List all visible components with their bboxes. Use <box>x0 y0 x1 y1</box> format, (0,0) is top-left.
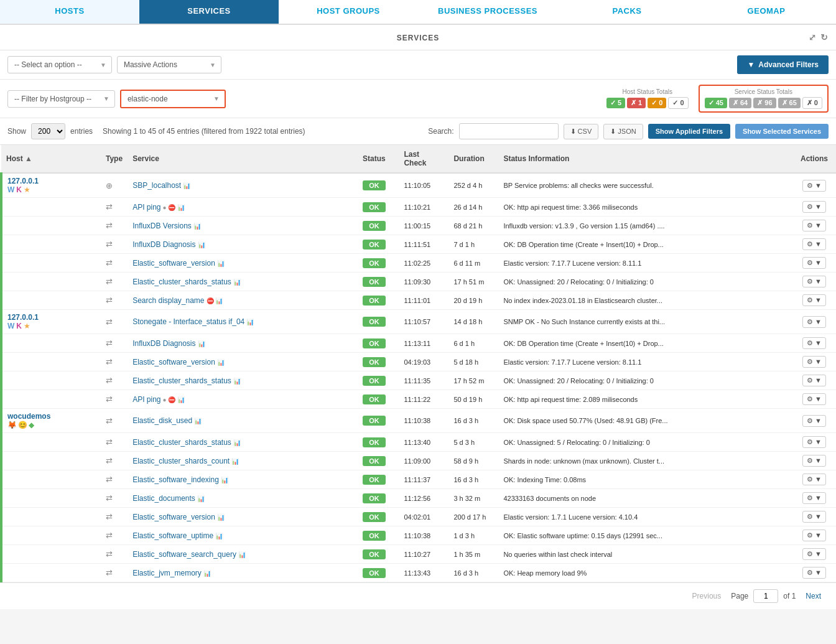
action-button[interactable]: ⚙ ▼ <box>802 455 826 467</box>
host-cell <box>1 508 101 526</box>
type-icon: ⇄ <box>106 416 113 426</box>
table-row: ⇄ Elastic_software_version 📊 OK 04:19:03… <box>1 353 836 371</box>
col-lastcheck-header[interactable]: LastCheck <box>399 145 448 173</box>
service-link[interactable]: API ping <box>132 203 160 212</box>
col-status-header[interactable]: Status <box>349 145 399 173</box>
status-badge: OK <box>363 258 386 268</box>
host-name[interactable]: wocudemos <box>7 412 50 421</box>
host-cell: 127.0.0.1 W K ★ <box>1 310 101 334</box>
advanced-filters-button[interactable]: ▼ Advanced Filters <box>737 55 829 74</box>
action-button[interactable]: ⚙ ▼ <box>802 492 826 504</box>
action-button[interactable]: ⚙ ▼ <box>802 276 826 287</box>
pagination-row: Previous Page of 1 Next <box>0 582 836 609</box>
massive-actions-dropdown[interactable]: Massive Actions <box>118 57 205 73</box>
service-link[interactable]: Elastic_software_version <box>132 259 215 268</box>
lastcheck-cell: 11:11:35 <box>399 371 448 390</box>
service-link[interactable]: Stonegate - Interface_status if_04 <box>132 317 244 326</box>
action-button[interactable]: ⚙ ▼ <box>802 548 826 560</box>
type-cell: ⇄ <box>101 273 128 291</box>
service-link[interactable]: Elastic_software_indexing <box>132 475 219 484</box>
service-link[interactable]: Elastic_jvm_memory <box>132 569 202 577</box>
previous-button[interactable]: Previous <box>687 589 727 603</box>
col-type-header[interactable]: Type <box>101 145 128 173</box>
tab-hosts[interactable]: HOSTS <box>0 0 139 24</box>
next-button[interactable]: Next <box>801 589 826 603</box>
service-link[interactable]: Elastic_software_version <box>132 513 215 521</box>
statusinfo-cell: Elastic version: 7.17.7 Lucene version: … <box>498 254 792 273</box>
action-button[interactable]: ⚙ ▼ <box>802 530 826 541</box>
show-entries-select[interactable]: 200 <box>31 123 65 139</box>
col-host-header[interactable]: Host ▲ <box>1 145 101 173</box>
tab-services[interactable]: SERVICES <box>139 0 279 24</box>
elastic-node-dropdown[interactable]: elastic-node <box>121 91 208 107</box>
action-button[interactable]: ⚙ ▼ <box>802 257 826 269</box>
action-button[interactable]: ⚙ ▼ <box>802 238 826 250</box>
service-link[interactable]: Elastic_cluster_shards_status <box>132 278 231 286</box>
action-button[interactable]: ⚙ ▼ <box>802 180 826 192</box>
action-button[interactable]: ⚙ ▼ <box>802 220 826 231</box>
action-button[interactable]: ⚙ ▼ <box>802 316 826 328</box>
col-service-header[interactable]: Service <box>128 145 349 173</box>
action-button[interactable]: ⚙ ▼ <box>802 337 826 349</box>
expand-icon[interactable]: ⤢ <box>809 32 817 42</box>
host-cell <box>1 291 101 310</box>
service-link[interactable]: Elastic_software_search_query <box>132 550 236 559</box>
show-applied-filters-button[interactable]: Show Applied Filters <box>648 124 730 139</box>
service-link[interactable]: Elastic_cluster_shards_status <box>132 438 231 447</box>
action-button[interactable]: ⚙ ▼ <box>802 436 826 448</box>
service-icons: ● ⛔ 📊 <box>163 204 185 211</box>
service-link[interactable]: Elastic_disk_used <box>132 416 192 425</box>
service-link[interactable]: Elastic_software_version <box>132 358 215 366</box>
service-link[interactable]: InfluxDB Diagnosis <box>132 240 195 249</box>
action-button[interactable]: ⚙ ▼ <box>802 375 826 386</box>
csv-button[interactable]: ⬇ CSV <box>564 124 599 139</box>
tab-host-groups[interactable]: HOST GROUPS <box>279 0 418 24</box>
filter-hostgroup-wrapper: -- Filter by Hostgroup -- ▼ <box>7 90 115 108</box>
action-button[interactable]: ⚙ ▼ <box>802 201 826 213</box>
service-link[interactable]: Elastic_cluster_shards_count <box>132 457 230 465</box>
json-button[interactable]: ⬇ JSON <box>603 124 643 139</box>
tab-geomap[interactable]: GEOMAP <box>697 0 836 24</box>
k-icon: K <box>16 185 22 194</box>
refresh-icon[interactable]: ↻ <box>820 32 829 42</box>
service-icons: 📊 <box>198 340 205 347</box>
statusinfo-cell: No index index-2023.01.18 in Elasticsear… <box>498 291 792 310</box>
select-option-dropdown[interactable]: -- Select an option -- <box>8 57 95 73</box>
action-button[interactable]: ⚙ ▼ <box>802 294 826 306</box>
filter-hostgroup-dropdown[interactable]: -- Filter by Hostgroup -- <box>8 91 98 107</box>
service-status-badges: ✓ 45 ✗ 64 ✗ 96 ✗ 65 ✗ 0 <box>705 97 822 109</box>
service-link[interactable]: Elastic_cluster_shards_status <box>132 376 231 385</box>
tab-packs[interactable]: PACKS <box>557 0 697 24</box>
service-ok-badge: ✓ 45 <box>705 98 727 108</box>
action-button[interactable]: ⚙ ▼ <box>802 356 826 368</box>
host-name[interactable]: 127.0.0.1 <box>7 313 39 322</box>
select-option-chevron-icon: ▼ <box>95 62 111 68</box>
actions-cell: ⚙ ▼ <box>792 353 836 371</box>
tab-business-processes[interactable]: BUSINESS PROCESSES <box>418 0 557 24</box>
service-link[interactable]: Elastic_software_uptime <box>132 531 213 540</box>
service-link[interactable]: InfluxDB Diagnosis <box>132 339 195 348</box>
action-button[interactable]: ⚙ ▼ <box>802 474 826 485</box>
search-input[interactable] <box>459 123 559 139</box>
col-statusinfo-header[interactable]: Status Information <box>498 145 792 173</box>
service-link[interactable]: Search display_name <box>132 296 204 305</box>
service-link[interactable]: InfluxDB Versions <box>132 222 192 230</box>
action-button[interactable]: ⚙ ▼ <box>802 567 826 579</box>
type-icon: ⇄ <box>106 568 113 577</box>
status-cell: OK <box>349 470 399 489</box>
lastcheck-cell: 11:13:11 <box>399 334 448 353</box>
col-actions-header: Actions <box>792 145 836 173</box>
action-button[interactable]: ⚙ ▼ <box>802 393 826 405</box>
service-link[interactable]: Elastic_documents <box>132 494 195 503</box>
page-number-input[interactable] <box>753 589 778 603</box>
col-duration-header[interactable]: Duration <box>448 145 498 173</box>
service-link[interactable]: API ping <box>132 395 160 404</box>
host-name[interactable]: 127.0.0.1 <box>7 177 39 185</box>
service-icons: 📊 <box>198 241 205 248</box>
type-cell: ⇄ <box>101 508 128 526</box>
action-button[interactable]: ⚙ ▼ <box>802 511 826 523</box>
duration-cell: 16 d 3 h <box>448 470 498 489</box>
service-link[interactable]: SBP_localhost <box>132 181 181 190</box>
show-selected-services-button[interactable]: Show Selected Services <box>735 124 829 139</box>
action-button[interactable]: ⚙ ▼ <box>802 415 826 427</box>
